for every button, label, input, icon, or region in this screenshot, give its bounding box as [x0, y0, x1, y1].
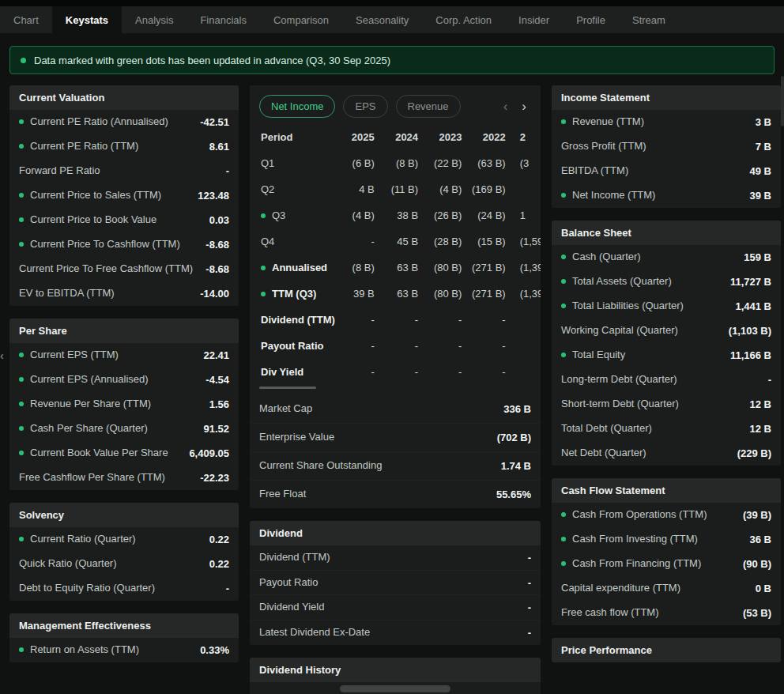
summary-label: Enterprise Value [259, 431, 334, 444]
table-scroll-track [250, 385, 541, 395]
stat-row: Gross Profit (TTM) 7 B [552, 134, 781, 159]
stat-value: -14.00 [200, 288, 229, 300]
table-cell: 45 B [379, 228, 423, 255]
stat-row: Current Price to Sales (TTM) 123.48 [9, 183, 239, 208]
table-cell-truncated: (3 [511, 150, 541, 176]
table-cell: (11 B) [379, 176, 423, 202]
nav-tab-label: Stream [632, 14, 665, 26]
nav-tab-label: Profile [576, 14, 605, 26]
metric-pill[interactable]: Net Income [259, 95, 335, 118]
nav-tab[interactable]: Stream [619, 6, 679, 33]
panel-title: Dividend History [250, 658, 541, 682]
table-cell: - [423, 359, 466, 385]
stat-value: (90 B) [743, 558, 771, 570]
stat-row: Dividend (TTM) - [250, 545, 541, 570]
panel-title: Income Statement [552, 85, 781, 110]
nav-tab[interactable]: Profile [563, 6, 619, 33]
stat-row: Forward PE Ratio - [9, 159, 239, 183]
nav-tab[interactable]: Corp. Action [422, 6, 505, 33]
green-dot-icon [561, 193, 566, 198]
stat-row: Cash From Financing (TTM) (90 B) [552, 552, 781, 576]
nav-tab[interactable]: Insider [505, 6, 563, 33]
table-cell: (15 B) [466, 228, 510, 255]
stat-label: Current Price To Cashflow (TTM) [19, 238, 180, 251]
green-dot-icon [21, 58, 26, 63]
stat-value: 8.61 [209, 141, 229, 153]
summary-label: Current Share Outstanding [259, 459, 382, 473]
stat-row: Capital expenditure (TTM) 0 B [552, 576, 781, 601]
horizontal-scrollbar[interactable] [259, 387, 316, 389]
chevron-left-icon[interactable]: ‹ [503, 100, 508, 113]
metric-pill[interactable]: EPS [343, 95, 387, 118]
stat-value: 3 B [756, 116, 771, 128]
chevron-right-icon[interactable]: › [522, 100, 526, 113]
green-dot-icon [261, 266, 266, 270]
stat-label: Current EPS (TTM) [19, 349, 119, 362]
green-dot-icon [19, 451, 24, 455]
nav-tab[interactable]: Analysis [122, 6, 187, 33]
stat-label: Return on Assets (TTM) [19, 643, 139, 657]
vertical-scrollbar[interactable] [781, 76, 784, 126]
nav-tab[interactable]: Seasonality [342, 6, 422, 33]
nav-tab[interactable]: Keystats [52, 6, 122, 33]
panel-title: Management Effectiveness [9, 613, 239, 638]
stat-row: Current Book Value Per Share 6,409.05 [9, 441, 239, 466]
table-cell: - [379, 307, 423, 333]
table-cell-truncated: 1 [511, 202, 541, 228]
table-cell: - [335, 333, 379, 359]
green-dot-icon [561, 561, 566, 566]
stat-label: Dividend Yield [259, 601, 324, 614]
nav-tab[interactable]: Chart [0, 6, 52, 33]
green-dot-icon [19, 377, 24, 382]
table-cell: 63 B [379, 281, 423, 307]
stat-value: - [528, 552, 531, 564]
green-dot-icon [19, 217, 24, 222]
stat-value: - [528, 577, 531, 589]
table-cell-truncated: (1,59 [511, 228, 541, 255]
green-dot-icon [19, 537, 24, 541]
nav-tab[interactable]: Financials [187, 6, 260, 33]
panel-management-effectiveness: Management Effectiveness Return on Asset… [9, 613, 239, 662]
stat-label: Free Cashflow Per Share (TTM) [19, 471, 165, 485]
panel-price-performance: Price Performance [552, 638, 781, 662]
nav-tab-label: Chart [13, 14, 39, 26]
stat-value: (229 B) [737, 447, 771, 459]
stat-row: Cash Per Share (Quarter) 91.52 [9, 417, 239, 441]
table-cell: (4 B) [423, 176, 466, 202]
table-cell: - [466, 307, 510, 333]
table-cell-truncated [511, 307, 541, 333]
stat-value: - [528, 627, 531, 639]
right-column: Income Statement Revenue (TTM) 3 B [552, 85, 781, 662]
summary-value: 1.74 B [501, 460, 531, 472]
stat-label: Quick Ratio (Quarter) [19, 557, 117, 571]
stat-row: Current Price To Free Cashflow (TTM) -8.… [9, 257, 239, 281]
column-header: 2022 [466, 124, 510, 150]
table-header-row: Period 2025 2024 2023 2022 2 [250, 124, 541, 150]
table-row: TTM (Q3) 39 B 63 B (80 B) (271 B) (1,39 [250, 281, 541, 307]
green-dot-icon [561, 353, 566, 357]
collapse-panel-icon[interactable]: ‹ [0, 346, 9, 365]
table-cell: (4 B) [335, 202, 379, 228]
stat-value: (39 B) [743, 509, 771, 521]
stat-value: - [226, 165, 229, 177]
panel-title: Balance Sheet [552, 221, 781, 245]
green-dot-icon [561, 119, 566, 124]
panel-cash-flow-statement: Cash Flow Statement Cash From Operations… [552, 478, 781, 625]
stat-label: Capital expenditure (TTM) [561, 582, 680, 595]
column-header: 2025 [335, 124, 379, 150]
stat-row: Current Ratio (Quarter) 0.22 [9, 527, 239, 552]
table-cell: (24 B) [466, 202, 510, 228]
stat-label: Cash From Operations (TTM) [561, 508, 707, 522]
green-dot-icon [19, 242, 24, 247]
table-cell: (26 B) [423, 202, 466, 228]
nav-tab[interactable]: Comparison [260, 6, 342, 33]
panel-solvency: Solvency Current Ratio (Quarter) 0.22 [9, 503, 239, 601]
stat-value: 1.56 [209, 398, 229, 410]
table-cell: (6 B) [335, 150, 379, 176]
horizontal-scrollbar[interactable] [340, 685, 450, 692]
left-column: Current Valuation Current PE Ratio (Annu… [9, 85, 239, 662]
table-row: Div Yield - - - - [250, 359, 541, 385]
table-cell: - [379, 359, 423, 385]
metric-pill[interactable]: Revenue [396, 95, 461, 118]
stat-label: Long-term Debt (Quarter) [561, 373, 677, 387]
